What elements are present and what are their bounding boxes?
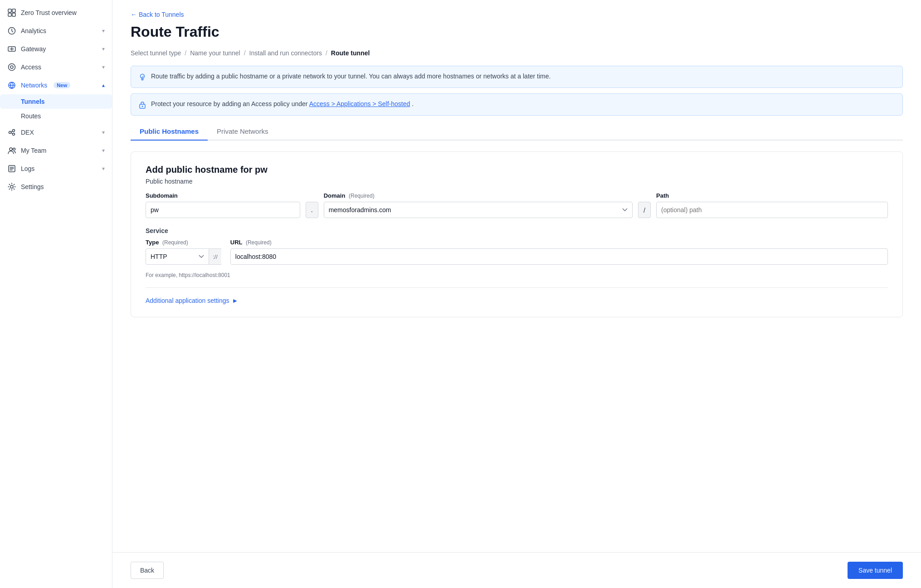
domain-group: Domain (Required) memosforadmins.com <box>324 192 633 218</box>
sidebar-item-settings[interactable]: Settings <box>0 178 112 196</box>
domain-label: Domain (Required) <box>324 192 633 199</box>
url-input[interactable] <box>230 248 888 265</box>
access-policy-link[interactable]: Access > Applications > Self-hosted <box>309 100 410 107</box>
networks-icon <box>7 81 16 90</box>
sidebar-item-my-team[interactable]: My Team ▾ <box>0 141 112 160</box>
bulb-icon <box>138 73 146 81</box>
dot-separator: . <box>306 202 318 218</box>
grid-icon <box>7 8 16 17</box>
svg-point-17 <box>142 106 143 107</box>
sidebar-item-logs[interactable]: Logs ▾ <box>0 160 112 178</box>
main-tabs: Public Hostnames Private Networks <box>131 123 903 141</box>
sidebar-sub-item-label: Tunnels <box>21 98 45 105</box>
sidebar-item-analytics[interactable]: Analytics ▾ <box>0 22 112 40</box>
sidebar-item-label: Logs <box>21 165 34 172</box>
hostname-banner: Route traffic by adding a public hostnam… <box>131 66 903 88</box>
sidebar-item-gateway[interactable]: Gateway ▾ <box>0 40 112 58</box>
subdomain-input[interactable] <box>146 202 300 218</box>
type-select[interactable]: HTTP HTTPS SSH RDP TCP UDP <box>146 248 209 265</box>
chevron-down-icon: ▾ <box>102 165 105 172</box>
domain-select[interactable]: memosforadmins.com <box>324 202 633 218</box>
additional-settings-toggle[interactable]: Additional application settings ► <box>146 297 238 304</box>
sidebar-item-networks[interactable]: Networks New ▴ <box>0 76 112 94</box>
sidebar-item-label: Zero Trust overview <box>21 9 77 16</box>
path-label: Path <box>656 192 888 199</box>
url-group: URL (Required) <box>230 239 888 265</box>
svg-point-14 <box>10 185 13 188</box>
chevron-down-icon: ▾ <box>102 46 105 52</box>
breadcrumb: Select tunnel type / Name your tunnel / … <box>131 49 903 57</box>
access-icon <box>7 63 16 72</box>
sidebar-item-label: Networks <box>21 82 47 89</box>
form-card: Add public hostname for pw Public hostna… <box>131 151 903 317</box>
main-content: ← Back to Tunnels Route Traffic Select t… <box>112 0 921 588</box>
svg-point-12 <box>13 148 15 151</box>
dex-icon <box>7 128 16 137</box>
sidebar-item-label: My Team <box>21 147 47 154</box>
url-hint: For example, https://localhost:8001 <box>146 272 888 278</box>
chevron-right-icon: ► <box>232 297 238 304</box>
breadcrumb-sep-3: / <box>326 49 327 57</box>
team-icon <box>7 146 16 155</box>
path-input[interactable] <box>656 202 888 218</box>
settings-icon <box>7 182 16 191</box>
service-section: Service Type (Required) HTTP <box>146 227 888 278</box>
subdomain-group: Subdomain <box>146 192 300 218</box>
hostname-row: Subdomain . Domain (Required) memosforad… <box>146 192 888 218</box>
protocol-badge: :// <box>209 248 221 265</box>
svg-rect-0 <box>8 9 11 12</box>
sidebar-item-label: Analytics <box>21 27 46 34</box>
svg-point-6 <box>9 64 15 71</box>
sidebar-item-tunnels[interactable]: Tunnels <box>0 94 112 109</box>
form-card-title: Add public hostname for pw <box>146 165 888 175</box>
sidebar-item-label: Gateway <box>21 45 46 53</box>
access-policy-banner: Protect your resource by adding an Acces… <box>131 93 903 116</box>
save-tunnel-button[interactable]: Save tunnel <box>848 562 903 579</box>
sidebar-sub-item-label: Routes <box>21 112 41 120</box>
lock-icon <box>138 101 146 109</box>
service-row: HTTP HTTPS SSH RDP TCP UDP :// <box>146 248 221 265</box>
sidebar-item-label: Settings <box>21 183 44 190</box>
clock-icon <box>7 26 16 35</box>
networks-badge: New <box>54 82 70 88</box>
svg-rect-2 <box>8 13 11 16</box>
logs-icon <box>7 164 16 173</box>
sidebar-item-zero-trust-overview[interactable]: Zero Trust overview <box>0 4 112 22</box>
chevron-up-icon: ▴ <box>102 82 105 88</box>
footer-buttons: Back Save tunnel <box>112 552 921 588</box>
sidebar-item-dex[interactable]: DEX ▾ <box>0 123 112 141</box>
path-group: Path <box>656 192 888 218</box>
tab-public-hostnames[interactable]: Public Hostnames <box>131 123 208 141</box>
svg-rect-3 <box>12 13 15 16</box>
hostname-banner-text: Route traffic by adding a public hostnam… <box>151 73 551 80</box>
svg-point-11 <box>10 148 12 151</box>
svg-rect-1 <box>12 9 15 12</box>
breadcrumb-step-4: Route tunnel <box>331 49 370 57</box>
breadcrumb-step-3: Install and run connectors <box>249 49 322 57</box>
back-to-tunnels-link[interactable]: ← Back to Tunnels <box>131 11 184 18</box>
access-policy-text-after: . <box>412 100 414 107</box>
form-divider <box>146 287 888 288</box>
breadcrumb-step-1: Select tunnel type <box>131 49 181 57</box>
access-policy-text: Protect your resource by adding an Acces… <box>151 100 309 107</box>
breadcrumb-step-2: Name your tunnel <box>190 49 240 57</box>
slash-separator: / <box>638 202 651 218</box>
sidebar-item-access[interactable]: Access ▾ <box>0 58 112 76</box>
chevron-down-icon: ▾ <box>102 129 105 136</box>
service-label: Service <box>146 227 888 234</box>
chevron-down-icon: ▾ <box>102 64 105 70</box>
sidebar-item-label: Access <box>21 63 41 71</box>
back-button[interactable]: Back <box>131 562 164 579</box>
chevron-down-icon: ▾ <box>102 28 105 34</box>
type-label: Type (Required) <box>146 239 221 246</box>
gateway-icon <box>7 44 16 53</box>
type-group: Type (Required) HTTP HTTPS SSH RDP TCP <box>146 239 221 268</box>
form-section-label: Public hostname <box>146 178 888 185</box>
page-title: Route Traffic <box>131 24 903 40</box>
tab-private-networks[interactable]: Private Networks <box>208 123 277 141</box>
sidebar: Zero Trust overview Analytics ▾ Gateway … <box>0 0 112 588</box>
svg-point-10 <box>13 133 15 136</box>
sidebar-item-routes[interactable]: Routes <box>0 109 112 123</box>
svg-point-9 <box>13 130 15 132</box>
sidebar-item-label: DEX <box>21 129 34 136</box>
